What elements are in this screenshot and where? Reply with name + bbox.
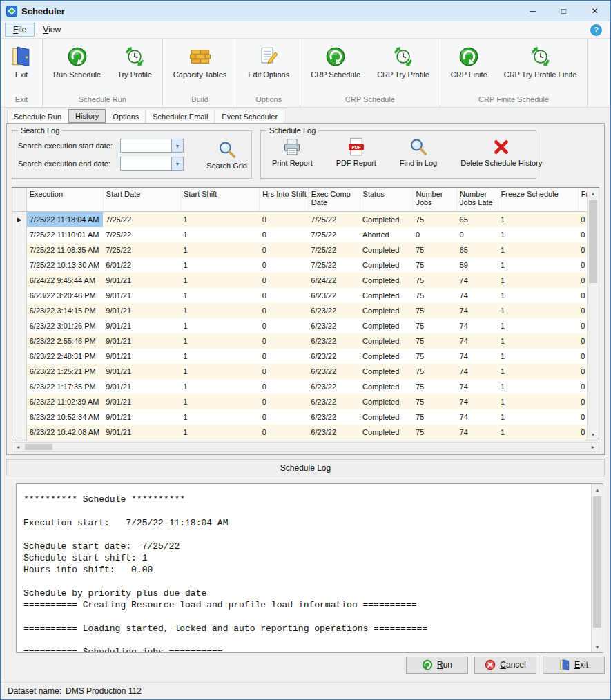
grid-cell[interactable]: Completed: [360, 349, 413, 364]
pdf-report-button[interactable]: PDF PDF Report: [336, 137, 376, 167]
grid-cell[interactable]: 1: [498, 349, 578, 364]
grid-cell[interactable]: 0: [260, 379, 309, 394]
grid-cell[interactable]: 0: [578, 379, 587, 394]
scroll-thumb[interactable]: [589, 200, 597, 283]
column-header-freeze-schedule[interactable]: Freeze Schedule: [498, 188, 578, 211]
grid-cell[interactable]: Completed: [360, 364, 413, 379]
scroll-thumb[interactable]: [25, 444, 52, 450]
grid-cell[interactable]: 9/01/21: [103, 318, 180, 333]
grid-cell[interactable]: 9/01/21: [103, 364, 180, 379]
tab-options[interactable]: Options: [106, 110, 146, 123]
grid-cell[interactable]: 9/01/21: [103, 288, 180, 303]
grid-cell[interactable]: 75: [413, 349, 457, 364]
grid-cell[interactable]: 9/01/21: [103, 409, 180, 425]
grid-cell[interactable]: 0: [260, 242, 309, 257]
tab-scheduler-email[interactable]: Scheduler Email: [146, 110, 215, 123]
grid-cell[interactable]: 6/23/22 11:02:39 AM: [26, 394, 103, 409]
column-header-start-shift[interactable]: Start Shift: [180, 188, 259, 211]
grid-cell[interactable]: 7/25/22: [103, 211, 180, 227]
help-icon[interactable]: ?: [590, 24, 602, 36]
grid-cell[interactable]: 0: [457, 227, 498, 242]
scroll-down-icon[interactable]: ▼: [592, 641, 603, 652]
grid-cell[interactable]: 1: [498, 409, 578, 425]
column-header-freez[interactable]: Freez: [578, 188, 587, 211]
grid-cell[interactable]: 0: [260, 349, 309, 364]
table-row[interactable]: 6/23/22 3:14:15 PM9/01/21106/23/22Comple…: [12, 303, 587, 318]
grid-cell[interactable]: 1: [498, 211, 578, 227]
grid-cell[interactable]: 7/25/22: [308, 257, 360, 273]
table-row[interactable]: 7/25/22 11:08:35 AM7/25/22107/25/22Compl…: [12, 242, 587, 257]
grid-cell[interactable]: 1: [180, 409, 259, 425]
grid-cell[interactable]: 75: [413, 394, 457, 409]
grid-cell[interactable]: 6/23/22 1:17:35 PM: [26, 379, 103, 394]
grid-cell[interactable]: Completed: [360, 242, 413, 257]
grid-cell[interactable]: 75: [413, 211, 457, 227]
grid-cell[interactable]: 74: [457, 318, 498, 333]
chevron-down-icon[interactable]: ▼: [171, 139, 183, 152]
chevron-down-icon[interactable]: ▼: [171, 157, 183, 170]
grid-cell[interactable]: 7/25/22 11:18:04 AM: [26, 211, 103, 227]
grid-cell[interactable]: 75: [413, 333, 457, 349]
table-row[interactable]: 6/23/22 2:48:31 PM9/01/21106/23/22Comple…: [12, 349, 587, 364]
grid-cell[interactable]: Completed: [360, 318, 413, 333]
table-row[interactable]: 7/25/22 11:10:01 AM7/25/22107/25/22Abort…: [12, 227, 587, 242]
grid-cell[interactable]: 6/23/22 1:25:21 PM: [26, 364, 103, 379]
table-row[interactable]: 6/23/22 3:01:26 PM9/01/21106/23/22Comple…: [12, 318, 587, 333]
grid-cell[interactable]: 74: [457, 303, 498, 318]
grid-cell[interactable]: 0: [260, 318, 309, 333]
grid-cell[interactable]: Completed: [360, 379, 413, 394]
grid-cell[interactable]: 0: [578, 318, 587, 333]
grid-cell[interactable]: 74: [457, 425, 498, 440]
table-row[interactable]: 6/23/22 3:20:46 PM9/01/21106/23/22Comple…: [12, 288, 587, 303]
grid-cell[interactable]: 6/23/22 3:01:26 PM: [26, 318, 103, 333]
tab-event-scheduler[interactable]: Event Scheduler: [215, 110, 284, 123]
grid-cell[interactable]: 6/23/22 10:52:34 AM: [26, 409, 103, 425]
capacity-tables-button[interactable]: Capacity Tables: [167, 40, 233, 81]
table-row[interactable]: 6/23/22 2:55:46 PM9/01/21106/23/22Comple…: [12, 333, 587, 349]
grid-cell[interactable]: Completed: [360, 303, 413, 318]
grid-cell[interactable]: 0: [260, 409, 309, 425]
table-row[interactable]: 6/24/22 9:45:44 AM9/01/21106/24/22Comple…: [12, 273, 587, 288]
grid-cell[interactable]: 0: [578, 364, 587, 379]
search-start-date-combo[interactable]: ▼: [120, 139, 184, 153]
grid-cell[interactable]: 75: [413, 425, 457, 440]
exit-button-footer[interactable]: Exit: [543, 657, 605, 674]
grid-cell[interactable]: 0: [578, 288, 587, 303]
grid-cell[interactable]: 1: [180, 242, 259, 257]
scroll-right-icon[interactable]: ►: [588, 443, 599, 451]
grid-cell[interactable]: 0: [260, 273, 309, 288]
grid-cell[interactable]: 6/23/22 3:20:46 PM: [26, 288, 103, 303]
grid-cell[interactable]: Completed: [360, 211, 413, 227]
table-row[interactable]: ▶7/25/22 11:18:04 AM7/25/22107/25/22Comp…: [12, 211, 587, 227]
grid-cell[interactable]: 0: [260, 288, 309, 303]
grid-cell[interactable]: 1: [498, 318, 578, 333]
grid-cell[interactable]: 6/23/22: [308, 349, 360, 364]
grid-cell[interactable]: 1: [180, 318, 259, 333]
grid-cell[interactable]: 0: [578, 333, 587, 349]
grid-cell[interactable]: 6/23/22: [308, 288, 360, 303]
grid-cell[interactable]: 0: [578, 394, 587, 409]
grid-cell[interactable]: 6/23/22: [308, 333, 360, 349]
grid-cell[interactable]: 6/23/22: [308, 394, 360, 409]
grid-cell[interactable]: 6/24/22: [308, 273, 360, 288]
grid-cell[interactable]: 1: [180, 257, 259, 273]
grid-cell[interactable]: 74: [457, 288, 498, 303]
grid-cell[interactable]: 7/25/22: [308, 211, 360, 227]
scroll-left-icon[interactable]: ◄: [12, 443, 23, 451]
grid-cell[interactable]: 6/23/22: [308, 318, 360, 333]
grid-cell[interactable]: 1: [180, 349, 259, 364]
grid-cell[interactable]: 0: [578, 303, 587, 318]
find-in-log-button[interactable]: Find in Log: [400, 137, 437, 167]
menu-view[interactable]: View: [35, 23, 69, 37]
grid-cell[interactable]: 9/01/21: [103, 425, 180, 440]
grid-cell[interactable]: 6/23/22: [308, 303, 360, 318]
grid-horizontal-scrollbar[interactable]: ◄ ►: [12, 442, 599, 452]
grid-cell[interactable]: 1: [180, 303, 259, 318]
grid-cell[interactable]: Completed: [360, 333, 413, 349]
table-row[interactable]: 6/23/22 1:25:21 PM9/01/21106/23/22Comple…: [12, 364, 587, 379]
grid-cell[interactable]: 0: [578, 257, 587, 273]
grid-cell[interactable]: 1: [498, 364, 578, 379]
grid-cell[interactable]: 1: [180, 379, 259, 394]
grid-cell[interactable]: 1: [498, 303, 578, 318]
close-button[interactable]: ✕: [579, 1, 610, 21]
